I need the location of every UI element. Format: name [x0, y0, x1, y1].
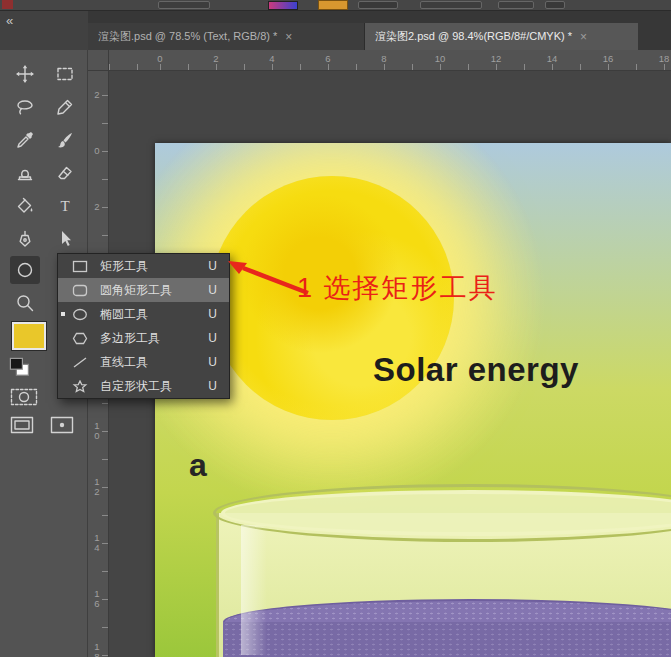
label-a-text: a: [189, 447, 207, 484]
eraser-tool[interactable]: [50, 159, 80, 187]
current-tool-marker: [61, 312, 65, 316]
menu-item-label: 直线工具: [100, 354, 208, 371]
eraser-icon: [55, 163, 75, 183]
ruler-label: 0: [157, 53, 162, 64]
spot-healing-icon: [55, 97, 75, 117]
ruler-label: 18: [659, 53, 670, 64]
ruler-label: 10: [435, 53, 446, 64]
menu-item-shortcut: U: [208, 283, 217, 297]
rectangle-icon: [72, 260, 92, 273]
ruler-label: 8: [381, 53, 386, 64]
shape-tools-flyout-menu: 矩形工具 U 圆角矩形工具 U 椭圆工具 U 多边形工具 U 直线工具 U 自定…: [57, 253, 230, 399]
type-glyph: T: [60, 198, 69, 214]
ruler-corner: [88, 50, 109, 71]
clone-stamp-icon: [15, 163, 35, 183]
ruler-label: 2: [92, 90, 102, 100]
menu-item-label: 矩形工具: [100, 258, 208, 275]
liquid-body: [223, 622, 671, 657]
marquee-icon: [55, 64, 75, 84]
menu-item-label: 多边形工具: [100, 330, 208, 347]
rectangular-marquee-tool[interactable]: [50, 60, 80, 88]
type-tool[interactable]: T: [50, 192, 80, 220]
tab-title: 渲染图.psd @ 78.5% (Text, RGB/8) *: [98, 29, 277, 44]
options-button[interactable]: [158, 1, 210, 9]
menu-item-line-tool[interactable]: 直线工具 U: [58, 350, 229, 374]
stroke-swatch[interactable]: [318, 0, 348, 10]
screen-mode-icon[interactable]: [10, 416, 34, 434]
pen-icon: [15, 229, 35, 249]
glass-highlight: [241, 525, 267, 655]
ruler-label: 10: [92, 421, 102, 441]
ruler-label: 16: [603, 53, 614, 64]
quick-mask-icon[interactable]: [10, 388, 38, 406]
menu-item-rectangle-tool[interactable]: 矩形工具 U: [58, 254, 229, 278]
polygon-icon: [72, 332, 92, 345]
clone-stamp-tool[interactable]: [10, 159, 40, 187]
paint-bucket-icon: [15, 196, 35, 216]
options-field[interactable]: [358, 1, 398, 9]
brush-tool[interactable]: [50, 126, 80, 154]
eyedropper-tool[interactable]: [10, 126, 40, 154]
type-icon: T: [55, 196, 75, 216]
ruler-label: 6: [325, 53, 330, 64]
menu-item-ellipse-tool[interactable]: 椭圆工具 U: [58, 302, 229, 326]
foreground-color-swatch[interactable]: [12, 322, 46, 350]
ellipse-icon: [72, 308, 92, 321]
lasso-tool[interactable]: [10, 93, 40, 121]
horizontal-ruler[interactable]: 0 2 4 6 8 10 12 14 16 18: [88, 50, 671, 71]
options-bar: [0, 0, 671, 11]
line-icon: [72, 356, 92, 369]
solar-energy-text: Solar energy: [373, 351, 579, 389]
ruler-label: 18: [92, 642, 102, 657]
ruler-label: 2: [92, 202, 102, 212]
menu-item-label: 圆角矩形工具: [100, 282, 208, 299]
options-field[interactable]: [545, 1, 565, 9]
document-tab-active[interactable]: 渲染图2.psd @ 98.4%(RGB/8#/CMYK) * ×: [365, 23, 638, 50]
zoom-tool[interactable]: [10, 289, 40, 317]
ellipse-shape-tool[interactable]: [10, 256, 40, 284]
ruler-label: 2: [213, 53, 218, 64]
eyedropper-icon: [15, 130, 35, 150]
zoom-icon: [15, 293, 35, 313]
fill-swatch[interactable]: [268, 1, 298, 10]
ruler-label: 4: [269, 53, 274, 64]
pen-tool[interactable]: [10, 225, 40, 253]
options-button[interactable]: [498, 1, 534, 9]
menu-item-label: 自定形状工具: [100, 378, 208, 395]
selection-arrow-icon: [55, 229, 75, 249]
menu-item-shortcut: U: [208, 259, 217, 273]
close-icon[interactable]: ×: [580, 30, 587, 44]
menu-item-polygon-tool[interactable]: 多边形工具 U: [58, 326, 229, 350]
brush-icon: [55, 130, 75, 150]
tab-title: 渲染图2.psd @ 98.4%(RGB/8#/CMYK) *: [375, 29, 572, 44]
spot-healing-brush-tool[interactable]: [50, 93, 80, 121]
canvas-image[interactable]: Solar energy a: [155, 143, 671, 657]
app-icon: [2, 0, 13, 9]
rounded-rectangle-icon: [72, 284, 92, 297]
document-tab-inactive[interactable]: 渲染图.psd @ 78.5% (Text, RGB/8) * ×: [88, 23, 365, 50]
ruler-label: 12: [92, 477, 102, 497]
menu-item-shortcut: U: [208, 379, 217, 393]
menu-item-rounded-rectangle-tool[interactable]: 圆角矩形工具 U: [58, 278, 229, 302]
menu-item-shortcut: U: [208, 331, 217, 345]
tools-panel-header: «: [0, 11, 88, 50]
ruler-ticks: [88, 64, 671, 70]
edit-mode-icon[interactable]: [50, 416, 74, 434]
default-colors-icon[interactable]: [8, 356, 32, 378]
options-button[interactable]: [420, 1, 482, 9]
ellipse-icon: [15, 260, 35, 280]
collapse-panel-icon[interactable]: «: [6, 13, 13, 28]
custom-shape-icon: [72, 380, 92, 393]
close-icon[interactable]: ×: [285, 30, 292, 44]
lasso-icon: [15, 97, 35, 117]
paint-bucket-tool[interactable]: [10, 192, 40, 220]
ruler-label: 0: [92, 146, 102, 156]
menu-item-custom-shape-tool[interactable]: 自定形状工具 U: [58, 374, 229, 398]
menu-item-shortcut: U: [208, 355, 217, 369]
photoshop-window: « 渲染图.psd @ 78.5% (Text, RGB/8) * × 渲染图2…: [0, 0, 671, 657]
menu-item-shortcut: U: [208, 307, 217, 321]
move-tool[interactable]: [10, 60, 40, 88]
path-selection-tool[interactable]: [50, 225, 80, 253]
menu-item-label: 椭圆工具: [100, 306, 208, 323]
ruler-label: 14: [547, 53, 558, 64]
